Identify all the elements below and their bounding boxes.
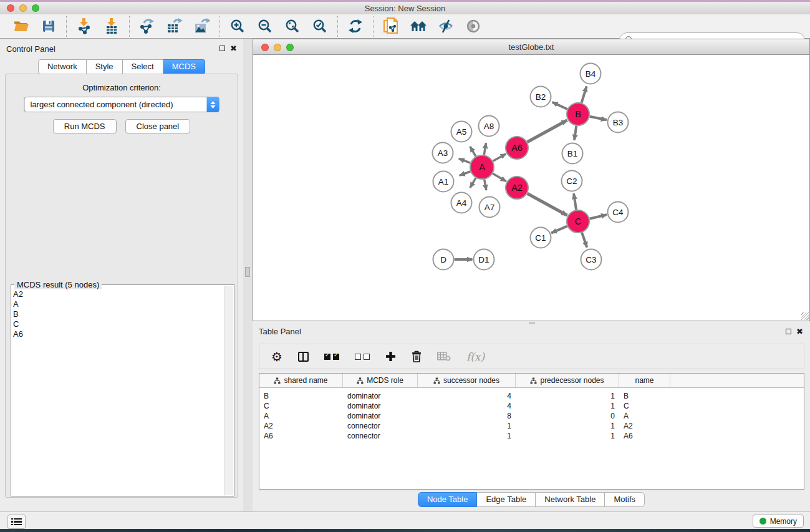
zoom-in-button[interactable] xyxy=(226,17,249,36)
edge-A2-C[interactable] xyxy=(528,193,567,215)
graph-node-B3[interactable]: B3 xyxy=(608,112,629,133)
table-row[interactable]: Bdominator41B xyxy=(259,391,804,401)
graph-node-B1[interactable]: B1 xyxy=(562,143,583,164)
graph-node-A4[interactable]: A4 xyxy=(451,193,472,213)
table-row[interactable]: Adominator80A xyxy=(259,411,804,421)
close-panel-icon[interactable]: ✖ xyxy=(796,328,803,336)
float-panel-icon[interactable] xyxy=(786,329,791,334)
column-header-MCDS-role[interactable]: MCDS role xyxy=(343,374,418,387)
unselect-all-columns-button[interactable] xyxy=(355,351,370,362)
result-item[interactable]: C xyxy=(13,319,224,329)
tab-mcds[interactable]: MCDS xyxy=(163,59,205,74)
graph-node-D[interactable]: D xyxy=(433,249,454,270)
tab-node-table[interactable]: Node Table xyxy=(418,492,478,507)
function-builder-button[interactable]: f(x) xyxy=(466,351,485,363)
graph-node-C2[interactable]: C2 xyxy=(562,171,582,191)
column-header-shared-name[interactable]: shared name xyxy=(259,374,343,387)
graph-node-A3[interactable]: A3 xyxy=(433,143,453,163)
graph-node-A2[interactable]: A2 xyxy=(506,177,528,199)
import-table-button[interactable] xyxy=(100,17,123,36)
export-network-button[interactable] xyxy=(135,17,159,36)
panel-splitter-handle[interactable] xyxy=(245,267,250,277)
network-from-selection-button[interactable] xyxy=(379,17,403,36)
apply-layout-button[interactable] xyxy=(344,17,367,36)
table-row[interactable]: A2connector11A2 xyxy=(259,421,804,431)
graph-node-C[interactable]: C xyxy=(567,210,589,233)
table-row[interactable]: A6connector11A6 xyxy=(259,431,804,441)
result-scrollbar[interactable] xyxy=(224,286,233,495)
graph-node-B[interactable]: B xyxy=(567,103,589,125)
show-columns-button[interactable] xyxy=(298,352,309,362)
save-session-button[interactable] xyxy=(37,17,60,36)
close-panel-icon[interactable]: ✖ xyxy=(230,45,237,52)
task-history-button[interactable] xyxy=(7,515,26,529)
import-network-button[interactable] xyxy=(72,17,96,36)
graph-node-C1[interactable]: C1 xyxy=(531,228,551,248)
export-table-button[interactable] xyxy=(163,17,186,36)
edge-A-A5[interactable] xyxy=(470,147,476,157)
show-details-button[interactable] xyxy=(461,17,485,36)
float-panel-icon[interactable] xyxy=(219,46,225,51)
zoom-selected-button[interactable] xyxy=(308,17,332,36)
edge-A-A7[interactable] xyxy=(485,180,486,190)
result-item[interactable]: A xyxy=(13,299,224,309)
graph-node-A7[interactable]: A7 xyxy=(480,197,500,218)
graph-node-A6[interactable]: A6 xyxy=(506,137,528,159)
table-row[interactable]: Cdominator41C xyxy=(259,401,804,411)
edge-C-C1[interactable] xyxy=(551,226,567,233)
tab-motifs[interactable]: Motifs xyxy=(605,492,645,507)
panel-splitter[interactable] xyxy=(243,39,253,511)
edge-A-A1[interactable] xyxy=(460,172,470,175)
edge-A-A6[interactable] xyxy=(493,154,506,162)
edge-C-C4[interactable] xyxy=(590,215,607,219)
edge-B-B4[interactable] xyxy=(582,87,587,103)
graph-node-B2[interactable]: B2 xyxy=(531,87,551,107)
export-image-button[interactable] xyxy=(190,17,214,36)
select-stepper[interactable] xyxy=(207,97,219,112)
graph-node-C4[interactable]: C4 xyxy=(608,202,629,223)
graph-node-B4[interactable]: B4 xyxy=(581,64,601,84)
graph-node-A5[interactable]: A5 xyxy=(451,122,472,142)
criterion-select[interactable]: largest connected component (directed) xyxy=(24,97,219,112)
zoom-out-button[interactable] xyxy=(253,17,277,36)
edge-A-A2[interactable] xyxy=(493,173,506,181)
graph-node-A[interactable]: A xyxy=(470,155,494,179)
column-header-successor-nodes[interactable]: successor nodes xyxy=(418,374,516,387)
table-settings-button[interactable]: ⚙ xyxy=(271,351,282,363)
tab-style[interactable]: Style xyxy=(87,59,123,74)
edge-A6-B[interactable] xyxy=(528,120,567,142)
close-panel-button[interactable]: Close panel xyxy=(125,119,191,133)
edge-B-B1[interactable] xyxy=(574,126,576,140)
result-item[interactable]: A6 xyxy=(13,329,224,339)
edge-B-B3[interactable] xyxy=(590,117,607,120)
edge-C-C2[interactable] xyxy=(574,193,576,210)
horizontal-splitter-handle[interactable] xyxy=(529,322,535,324)
memory-button[interactable]: Memory xyxy=(753,515,804,528)
result-item[interactable]: A2 xyxy=(13,289,224,299)
delete-columns-button[interactable] xyxy=(412,351,422,362)
tab-network-table[interactable]: Network Table xyxy=(536,492,605,507)
open-session-button[interactable] xyxy=(9,17,33,36)
graph-node-A8[interactable]: A8 xyxy=(479,116,499,137)
column-header-predecessor-nodes[interactable]: predecessor nodes xyxy=(516,374,619,387)
delete-table-button[interactable] xyxy=(437,352,451,361)
run-mcds-button[interactable]: Run MCDS xyxy=(53,119,117,133)
select-all-columns-button[interactable] xyxy=(324,351,339,362)
home-button[interactable] xyxy=(407,17,430,36)
tab-network[interactable]: Network xyxy=(38,59,87,74)
graph-node-D1[interactable]: D1 xyxy=(474,249,494,270)
tab-select[interactable]: Select xyxy=(123,59,163,74)
edge-A-A8[interactable] xyxy=(484,143,486,155)
network-canvas[interactable]: AA1A2A3A4A5A6A7A8BB1B2B3B4CC1C2C3C4DD1 xyxy=(253,55,810,321)
edge-A-A4[interactable] xyxy=(470,178,476,188)
graph-node-A1[interactable]: A1 xyxy=(433,172,454,192)
edge-B-B2[interactable] xyxy=(552,102,567,109)
result-item[interactable]: B xyxy=(13,309,224,319)
hide-details-button[interactable] xyxy=(434,17,458,36)
add-column-button[interactable] xyxy=(385,351,396,362)
graph-node-C3[interactable]: C3 xyxy=(581,249,602,270)
edge-C-C3[interactable] xyxy=(582,233,587,248)
edge-A-A3[interactable] xyxy=(459,158,470,163)
resize-grip[interactable] xyxy=(801,312,809,320)
zoom-fit-button[interactable] xyxy=(281,17,304,36)
